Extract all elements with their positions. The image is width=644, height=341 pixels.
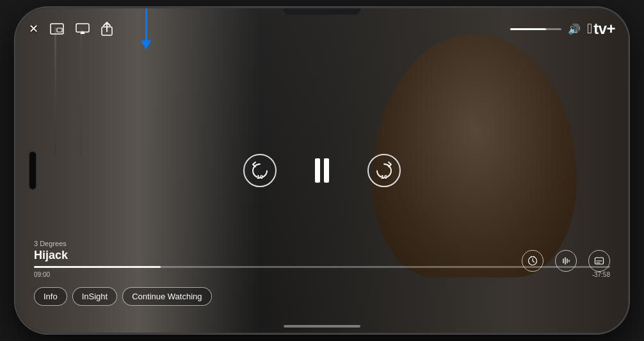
pause-button[interactable] — [315, 158, 329, 183]
title-area: 3 Degrees Hijack — [34, 240, 68, 262]
show-name: 3 Degrees — [34, 240, 68, 247]
apple-tv-logo:  tv+ — [587, 20, 615, 38]
side-button — [15, 85, 16, 111]
continue-watching-pill-button[interactable]: Continue Watching — [122, 287, 211, 306]
insight-pill-button[interactable]: InSight — [72, 287, 117, 306]
blue-arrow-indicator — [141, 8, 151, 49]
fast-forward-button[interactable]: 10 — [367, 154, 401, 187]
episode-name: Hijack — [34, 249, 68, 262]
rewind-seconds-label: 10 — [257, 174, 263, 180]
phone-top-bar — [284, 8, 360, 15]
pause-bar-left — [315, 158, 320, 183]
top-left-controls: ✕ — [29, 22, 113, 36]
volume-slider[interactable] — [510, 28, 561, 30]
pause-bar-right — [324, 158, 329, 183]
info-pill-button[interactable]: Info — [34, 287, 67, 306]
airplay-button[interactable] — [76, 23, 90, 35]
camera-notch — [29, 151, 36, 190]
audio-button[interactable] — [555, 250, 577, 272]
home-indicator — [284, 325, 360, 328]
progress-times: 09:00 -37:58 — [34, 271, 610, 278]
center-controls: 10 10 — [243, 154, 401, 187]
rewind-button[interactable]: 10 — [243, 154, 277, 187]
top-bar: ✕ — [29, 20, 615, 38]
arrow-shaft — [145, 8, 147, 40]
remaining-time: -37:58 — [592, 271, 610, 278]
apple-icon:  — [587, 21, 592, 37]
top-right-controls: 🔊  tv+ — [510, 20, 615, 38]
close-button[interactable]: ✕ — [29, 22, 38, 36]
share-button[interactable] — [101, 22, 113, 36]
bottom-pills: Info InSight Continue Watching — [34, 287, 212, 306]
svg-rect-1 — [57, 28, 62, 32]
progress-bar-fill — [34, 266, 161, 268]
pip-button[interactable] — [50, 23, 64, 35]
tv-plus-label: tv+ — [593, 20, 615, 38]
arrow-head — [141, 40, 151, 49]
phone-frame: ✕ — [15, 7, 629, 334]
ui-overlay: ✕ — [16, 8, 628, 333]
ff-seconds-label: 10 — [381, 174, 387, 180]
speed-button[interactable] — [522, 250, 543, 272]
volume-icon: 🔊 — [568, 23, 581, 35]
current-time: 09:00 — [34, 271, 50, 278]
right-playback-controls — [522, 250, 610, 272]
subtitles-button[interactable] — [588, 250, 610, 272]
volume-fill — [510, 28, 546, 30]
